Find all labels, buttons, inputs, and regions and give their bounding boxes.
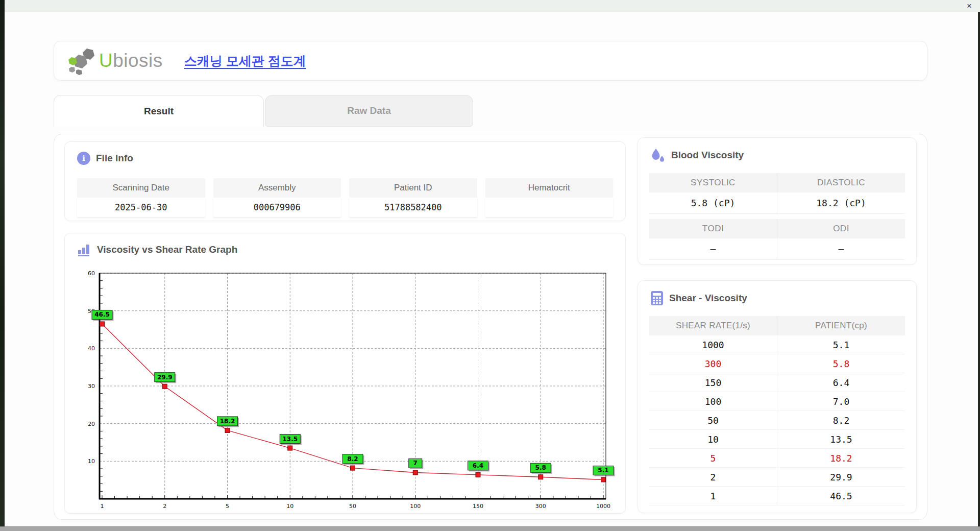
- value-cell: 18.2 (cP): [777, 192, 905, 214]
- info-icon: i: [77, 152, 90, 165]
- shear-viscosity-title-row: Shear - Viscosity: [638, 281, 916, 306]
- patient-cell: 13.5: [777, 430, 905, 449]
- svg-text:13.5: 13.5: [282, 436, 298, 443]
- patient-cell: 8.2: [777, 411, 905, 430]
- svg-text:300: 300: [535, 503, 546, 510]
- main-panel: i File Info Scanning Date2025-06-30Assem…: [54, 134, 927, 520]
- table-row: 508.2: [649, 411, 905, 430]
- patient-cell: 6.4: [777, 373, 905, 392]
- file-info-field: Scanning Date2025-06-30: [77, 178, 205, 217]
- file-info-title: File Info: [96, 153, 133, 164]
- svg-text:1: 1: [101, 503, 104, 510]
- header-cell: ODI: [777, 219, 905, 238]
- window-left-edge: [0, 0, 5, 527]
- app-window: × Ubiosis 스캐닝 모세관 점도계 Result Raw Data i …: [0, 0, 980, 531]
- window-right-edge: [978, 12, 980, 527]
- table-row: 1013.5: [649, 430, 905, 449]
- blood-viscosity-title-row: Blood Viscosity: [638, 138, 916, 163]
- calculator-icon: [650, 291, 664, 306]
- bar-chart-icon: [77, 243, 91, 256]
- table-row: 229.9: [649, 468, 905, 487]
- svg-text:5.8: 5.8: [535, 464, 546, 471]
- shear-rate-cell: 100: [649, 392, 777, 411]
- header-cell: DIASTOLIC: [777, 173, 905, 192]
- page-title: 스캐닝 모세관 점도계: [184, 53, 306, 69]
- shear-rate-cell: 1000: [649, 335, 777, 354]
- shear-viscosity-card: Shear - Viscosity SHEAR RATE(1/s) PATIEN…: [638, 280, 917, 513]
- shear-rate-cell: 2: [649, 468, 777, 487]
- table-row: SYSTOLICDIASTOLIC: [649, 173, 905, 192]
- svg-text:60: 60: [88, 270, 95, 277]
- close-icon[interactable]: ×: [967, 1, 972, 12]
- file-info-fields: Scanning Date2025-06-30Assembly000679906…: [77, 178, 613, 217]
- patient-cell: 29.9: [777, 468, 905, 487]
- droplets-icon: [650, 148, 666, 163]
- value-cell: 5.8 (cP): [649, 192, 777, 214]
- svg-text:40: 40: [88, 345, 95, 352]
- shear-table-header: SHEAR RATE(1/s) PATIENT(cp): [649, 316, 905, 335]
- field-label: Assembly: [213, 178, 341, 198]
- svg-text:10: 10: [286, 503, 293, 510]
- field-value: 2025-06-30: [77, 198, 205, 217]
- svg-text:5.1: 5.1: [598, 467, 608, 474]
- header-cell: TODI: [649, 219, 777, 238]
- shear-rate-cell: 300: [649, 354, 777, 373]
- blood-viscosity-group: SYSTOLICDIASTOLIC5.8 (cP)18.2 (cP): [649, 173, 905, 214]
- shear-rate-cell: 10: [649, 430, 777, 449]
- field-value: 51788582400: [349, 198, 477, 217]
- hexagon-cluster-icon: [67, 46, 97, 75]
- svg-text:1000: 1000: [596, 503, 610, 510]
- svg-text:46.5: 46.5: [94, 311, 110, 318]
- table-row: 1506.4: [649, 373, 905, 392]
- shear-rate-column-header: SHEAR RATE(1/s): [649, 316, 777, 335]
- table-row: 1007.0: [649, 392, 905, 411]
- svg-text:50: 50: [349, 503, 356, 510]
- svg-text:29.9: 29.9: [157, 374, 173, 381]
- graph-title: Viscosity vs Shear Rate Graph: [97, 244, 237, 255]
- file-info-title-row: i File Info: [65, 142, 625, 165]
- tab-raw-data[interactable]: Raw Data: [265, 95, 473, 127]
- file-info-field: Patient ID51788582400: [349, 178, 477, 217]
- shear-table-body: 10005.13005.81506.41007.0508.21013.5518.…: [649, 335, 905, 505]
- svg-text:100: 100: [410, 503, 421, 510]
- svg-text:18.2: 18.2: [220, 418, 235, 425]
- table-row: TODIODI: [649, 219, 905, 238]
- header-card: Ubiosis 스캐닝 모세관 점도계: [54, 41, 927, 81]
- graph-title-row: Viscosity vs Shear Rate Graph: [65, 233, 625, 256]
- field-label: Hematocrit: [485, 178, 614, 198]
- tab-result[interactable]: Result: [54, 95, 264, 127]
- logo-text: Ubiosis: [99, 50, 163, 71]
- table-row: 10005.1: [649, 335, 905, 354]
- table-row: 5.8 (cP)18.2 (cP): [649, 192, 905, 214]
- svg-text:8.2: 8.2: [347, 455, 358, 463]
- window-bottom-edge: [0, 526, 980, 531]
- field-value: [485, 198, 614, 217]
- patient-cell: 18.2: [777, 449, 905, 468]
- field-label: Patient ID: [349, 178, 477, 198]
- viscosity-shear-chart: 1020304050601251050100150300100046.529.9…: [70, 260, 624, 511]
- shear-rate-cell: 150: [649, 373, 777, 392]
- patient-cell: 7.0: [777, 392, 905, 411]
- graph-card: Viscosity vs Shear Rate Graph 1020304050…: [64, 233, 626, 514]
- svg-text:30: 30: [88, 383, 95, 390]
- shear-rate-cell: 50: [649, 411, 777, 430]
- file-info-field: Hematocrit: [485, 178, 614, 217]
- table-row: 518.2: [649, 449, 905, 468]
- blood-viscosity-title: Blood Viscosity: [671, 150, 744, 161]
- file-info-field: Assembly000679906: [213, 178, 341, 217]
- value-cell: –: [649, 238, 777, 260]
- window-titlebar: ×: [4, 0, 980, 12]
- blood-viscosity-group: TODIODI––: [649, 219, 905, 260]
- svg-text:7: 7: [413, 460, 418, 467]
- blood-viscosity-tables: SYSTOLICDIASTOLIC5.8 (cP)18.2 (cP)TODIOD…: [649, 173, 905, 260]
- table-row: 3005.8: [649, 354, 905, 373]
- shear-rate-cell: 5: [649, 449, 777, 468]
- value-cell: –: [777, 238, 905, 260]
- ubiosis-logo: Ubiosis: [67, 46, 163, 75]
- patient-cell: 5.8: [777, 354, 905, 373]
- shear-rate-cell: 1: [649, 487, 777, 505]
- shear-viscosity-table: SHEAR RATE(1/s) PATIENT(cp) 10005.13005.…: [649, 316, 905, 505]
- shear-viscosity-title: Shear - Viscosity: [669, 293, 747, 304]
- file-info-card: i File Info Scanning Date2025-06-30Assem…: [64, 141, 626, 221]
- svg-text:5: 5: [226, 503, 229, 510]
